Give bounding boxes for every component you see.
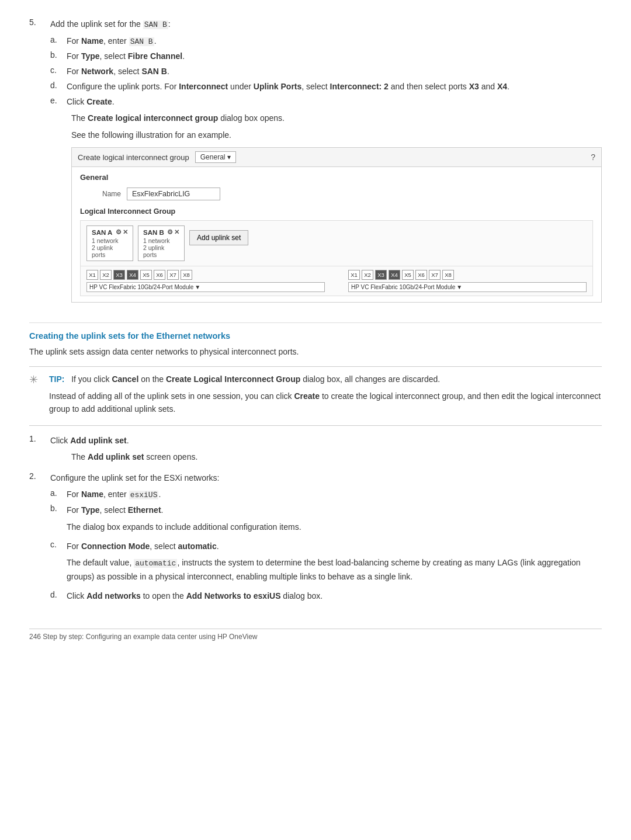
- add-uplink-container: Add uplink set: [189, 225, 248, 245]
- see-illustration-text: See the following illustration for an ex…: [71, 129, 602, 141]
- tip-content: TIP: If you click Cancel on the Create L…: [49, 373, 602, 419]
- san-b-close-icon[interactable]: ✕: [174, 228, 179, 236]
- eth-step-1-num: 1.: [29, 434, 43, 467]
- port-x2-2[interactable]: X2: [362, 270, 373, 280]
- san-a-gear-icon[interactable]: ⚙: [116, 228, 122, 236]
- substep-5a-body: For Name, enter SAN B.: [67, 35, 602, 48]
- module-select-1[interactable]: HP VC FlexFabric 10Gb/24-Port Module ▼: [86, 282, 325, 292]
- eth-substep-2d: d. Click Add networks to open the Add Ne…: [50, 590, 602, 602]
- interconnect-bold: Interconnect: [179, 82, 228, 91]
- eth-step-2-text: Configure the uplink set for the ESXi ne…: [50, 471, 602, 484]
- eth-2b-sub: The dialog box expands to include additi…: [67, 520, 602, 533]
- port-x3-2[interactable]: X3: [375, 270, 387, 280]
- dialog-title-text: Create logical interconnect group: [78, 153, 189, 162]
- port-x4-2[interactable]: X4: [389, 270, 400, 280]
- substep-5d: d. Configure the uplink ports. For Inter…: [50, 81, 602, 93]
- interconnect-module-2: X1 X2 X3 X4 X5 X6 X7 X8: [348, 270, 587, 292]
- esxius-mono: esxiUS: [129, 491, 159, 499]
- tip-text-mid: on the: [138, 374, 166, 384]
- ethernet-bold: Ethernet: [128, 505, 161, 515]
- substep-5d-body: Configure the uplink ports. For Intercon…: [67, 81, 602, 93]
- dialog-name-value[interactable]: EsxFlexFabricLIG: [127, 188, 220, 200]
- dialog-section-general: General: [80, 173, 593, 182]
- port-x8-1[interactable]: X8: [181, 270, 192, 280]
- eth-2b-text: For Type, select Ethernet.: [67, 504, 602, 516]
- substep-5b-body: For Type, select Fibre Channel.: [67, 50, 602, 63]
- eth-2c-letter: c.: [50, 540, 61, 587]
- substep-5d-letter: d.: [50, 81, 61, 93]
- automatic-mono: automatic: [134, 559, 177, 568]
- lig-uplink-row: SAN A ⚙ ✕ 1 network 2 uplink ports: [81, 221, 592, 266]
- port-x8-2[interactable]: X8: [442, 270, 454, 280]
- port-x6-2[interactable]: X6: [415, 270, 427, 280]
- port-x7-2[interactable]: X7: [429, 270, 441, 280]
- add-uplink-set-screen-bold: Add uplink set: [88, 452, 144, 461]
- module-label-2: HP VC FlexFabric 10Gb/24-Port Module: [351, 284, 455, 290]
- dialog-help-icon[interactable]: ?: [591, 152, 595, 162]
- add-uplink-set-button[interactable]: Add uplink set: [189, 230, 248, 245]
- san-a-close-icon[interactable]: ✕: [123, 228, 128, 236]
- page-footer: 246 Step by step: Configuring an example…: [29, 629, 602, 641]
- eth-step-2-substeps: a. For Name, enter esxiUS. b. For Type, …: [50, 488, 602, 602]
- substep-5b-letter: b.: [50, 50, 61, 63]
- port-x1-1[interactable]: X1: [86, 270, 98, 280]
- module-arrow-1: ▼: [195, 284, 200, 290]
- san-b-value: SAN B: [129, 37, 154, 46]
- san-b-gear-icon[interactable]: ⚙: [167, 228, 173, 236]
- lig-container: SAN A ⚙ ✕ 1 network 2 uplink ports: [80, 220, 593, 296]
- port-x6-1[interactable]: X6: [154, 270, 165, 280]
- port-x7-1[interactable]: X7: [167, 270, 179, 280]
- dialog-dropdown[interactable]: General ▾: [195, 151, 237, 163]
- eth-step-2-num: 2.: [29, 471, 43, 605]
- substep-5c-letter: c.: [50, 65, 61, 78]
- eth-step-1-sub: The Add uplink set screen opens.: [71, 450, 602, 463]
- eth-substep-2c: c. For Connection Mode, select automatic…: [50, 540, 602, 587]
- module-select-2[interactable]: HP VC FlexFabric 10Gb/24-Port Module ▼: [348, 282, 587, 292]
- eth-step-2: 2. Configure the uplink set for the ESXi…: [29, 471, 602, 605]
- fibre-channel-bold: Fibre Channel: [128, 51, 182, 61]
- tip-box: ✳ TIP: If you click Cancel on the Create…: [29, 366, 602, 425]
- substep-5c: c. For Network, select SAN B.: [50, 65, 602, 78]
- san-a-detail2: 2 uplink: [92, 244, 128, 251]
- step-5-substeps: a. For Name, enter SAN B. b. For Type, s…: [50, 35, 602, 109]
- substep-5b: b. For Type, select Fibre Channel.: [50, 50, 602, 63]
- port-x1-2[interactable]: X1: [348, 270, 360, 280]
- eth-section-intro: The uplink sets assign data center netwo…: [29, 345, 602, 358]
- section-divider: [29, 322, 602, 323]
- tip-cancel-bold: Cancel: [112, 374, 138, 384]
- dialog-dropdown-label: General: [200, 153, 226, 161]
- automatic-bold: automatic: [178, 542, 217, 551]
- eth-2c-sub: The default value, automatic, instructs …: [67, 556, 602, 583]
- eth-2b-body: For Type, select Ethernet. The dialog bo…: [67, 504, 602, 537]
- eth-substep-2b: b. For Type, select Ethernet. The dialog…: [50, 504, 602, 537]
- tip-text: TIP: If you click Cancel on the Create L…: [49, 373, 602, 386]
- port-x4-1[interactable]: X4: [127, 270, 138, 280]
- step-5-num: 5.: [29, 18, 43, 311]
- substep-5e-body: Click Create.: [67, 96, 602, 108]
- dialog-name-label: Name: [80, 190, 127, 198]
- dialog-dropdown-arrow: ▾: [227, 153, 231, 161]
- eth-substep-2a: a. For Name, enter esxiUS.: [50, 488, 602, 501]
- substep-5c-body: For Network, select SAN B.: [67, 65, 602, 78]
- x3-bold: X3: [469, 82, 479, 91]
- tip-lig-bold: Create Logical Interconnect Group: [166, 374, 300, 384]
- eth-2d-letter: d.: [50, 590, 61, 602]
- substep-5e-letter: e.: [50, 96, 61, 108]
- x4-bold: X4: [497, 82, 507, 91]
- after-e-text: The Create logical interconnect group di…: [71, 112, 602, 141]
- step-5-intro: Add the uplink set for the SAN B:: [50, 18, 602, 32]
- interconnect2-bold: Interconnect: 2: [330, 82, 389, 91]
- san-a-name: SAN A: [92, 229, 112, 236]
- port-x3-1[interactable]: X3: [113, 270, 125, 280]
- type-bold: Type: [81, 51, 100, 61]
- dialog-opens-text: The Create logical interconnect group di…: [71, 112, 602, 124]
- tip-icon: ✳: [29, 373, 43, 386]
- port-x5-2[interactable]: X5: [402, 270, 414, 280]
- conn-mode-bold: Connection Mode: [81, 542, 150, 551]
- san-a-card[interactable]: SAN A ⚙ ✕ 1 network 2 uplink ports: [86, 225, 133, 261]
- page-content: 5. Add the uplink set for the SAN B: a. …: [29, 18, 602, 641]
- port-x5-1[interactable]: X5: [140, 270, 152, 280]
- san-b-card[interactable]: SAN B ⚙ ✕ 1 network 2 uplink ports: [138, 225, 185, 261]
- port-x2-1[interactable]: X2: [100, 270, 112, 280]
- lig-title: Logical Interconnect Group: [80, 207, 593, 216]
